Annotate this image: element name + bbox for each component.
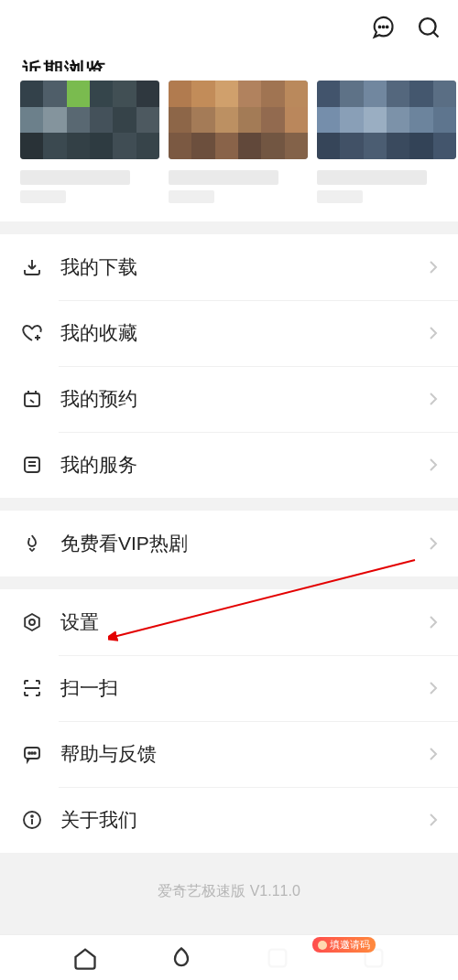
- svg-point-3: [420, 18, 436, 35]
- svg-point-11: [34, 752, 36, 754]
- chevron-right-icon: [429, 536, 438, 551]
- svg-point-13: [31, 815, 33, 817]
- chevron-right-icon: [429, 326, 438, 340]
- recent-section-title: 近期浏览: [0, 55, 458, 71]
- download-icon: [20, 255, 44, 279]
- menu-row-settings[interactable]: 设置: [0, 589, 458, 655]
- chevron-right-icon: [429, 458, 438, 472]
- video-caption: [20, 165, 159, 205]
- scan-icon: [20, 676, 44, 700]
- menu-row-favorite[interactable]: 我的收藏: [0, 300, 458, 366]
- search-icon[interactable]: [416, 15, 442, 40]
- discover-icon[interactable]: [169, 945, 194, 971]
- menu-label: 我的下载: [60, 254, 429, 280]
- menu-row-freevip[interactable]: 免费看VIP热剧: [0, 511, 458, 576]
- chevron-right-icon: [429, 260, 438, 275]
- menu-group-vip: 免费看VIP热剧: [0, 511, 458, 576]
- chevron-right-icon: [429, 392, 438, 406]
- chevron-right-icon: [429, 615, 438, 630]
- calendar-icon: [20, 387, 44, 411]
- menu-label: 我的收藏: [60, 320, 429, 346]
- chevron-right-icon: [429, 813, 438, 827]
- video-caption: [169, 165, 308, 205]
- chevron-right-icon: [429, 747, 438, 761]
- video-thumbnail[interactable]: [317, 81, 456, 159]
- help-chat-icon: [20, 742, 44, 766]
- svg-rect-5: [25, 393, 39, 406]
- recent-section: 近期浏览: [0, 55, 458, 221]
- svg-point-0: [379, 27, 381, 28]
- menu-label: 我的预约: [60, 386, 429, 412]
- svg-rect-6: [25, 458, 39, 472]
- menu-group-my: 我的下载 我的收藏 我的预约 我的服务: [0, 234, 458, 498]
- placeholder-nav-icon[interactable]: [265, 945, 290, 971]
- menu-row-service[interactable]: 我的服务: [0, 432, 458, 498]
- gear-hex-icon: [20, 610, 44, 634]
- info-icon: [20, 808, 44, 832]
- svg-rect-14: [268, 949, 286, 966]
- menu-label: 扫一扫: [60, 675, 429, 701]
- menu-row-download[interactable]: 我的下载: [0, 234, 458, 300]
- video-thumbnail[interactable]: [169, 81, 308, 159]
- svg-point-10: [31, 752, 33, 754]
- video-caption: [317, 165, 456, 205]
- heart-add-icon: [20, 321, 44, 345]
- svg-point-2: [387, 27, 388, 28]
- bottom-nav-bar: 填邀请码: [0, 934, 458, 980]
- menu-label: 关于我们: [60, 807, 429, 833]
- flame-icon: [20, 532, 44, 555]
- version-text: 爱奇艺极速版 V1.11.0: [0, 853, 458, 901]
- chat-bubble-icon[interactable]: [370, 15, 396, 40]
- svg-point-9: [28, 752, 30, 754]
- badge-text: 填邀请码: [330, 938, 370, 952]
- menu-label: 设置: [60, 609, 429, 635]
- menu-label: 我的服务: [60, 452, 429, 478]
- menu-row-about[interactable]: 关于我们: [0, 787, 458, 853]
- svg-point-1: [383, 27, 385, 28]
- chevron-right-icon: [429, 681, 438, 695]
- svg-point-7: [29, 619, 35, 625]
- menu-label: 免费看VIP热剧: [60, 531, 429, 556]
- menu-row-scan[interactable]: 扫一扫: [0, 655, 458, 721]
- menu-group-settings: 设置 扫一扫 帮助与反馈 关于我们: [0, 589, 458, 853]
- svg-line-4: [433, 32, 438, 37]
- video-thumbnail[interactable]: [20, 81, 159, 159]
- invite-code-badge[interactable]: 填邀请码: [312, 937, 376, 953]
- menu-row-reserve[interactable]: 我的预约: [0, 366, 458, 432]
- menu-label: 帮助与反馈: [60, 741, 429, 767]
- list-box-icon: [20, 453, 44, 477]
- menu-row-help[interactable]: 帮助与反馈: [0, 721, 458, 787]
- header-bar: [0, 0, 458, 55]
- home-icon[interactable]: [72, 945, 98, 971]
- recent-thumbnails: [0, 71, 458, 159]
